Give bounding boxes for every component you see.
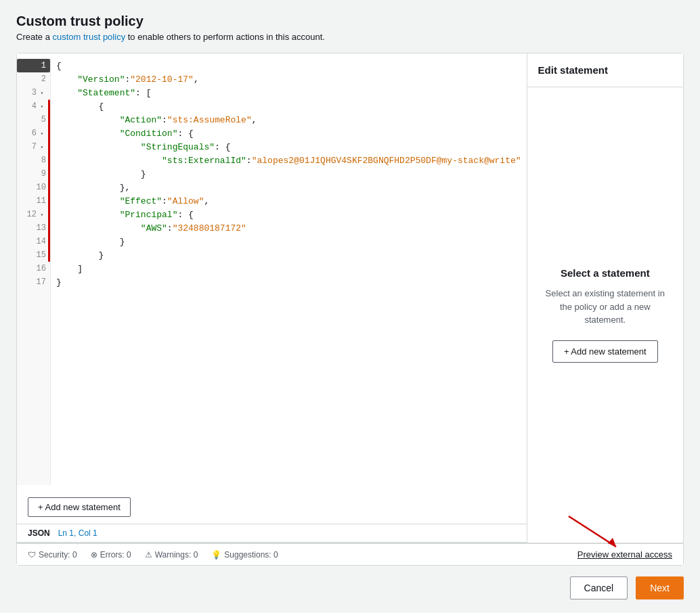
line-7: 7 ▾ — [17, 140, 50, 154]
errors-label: Errors: 0 — [100, 550, 131, 560]
line-num-2: 2 — [41, 74, 46, 84]
line-num-3: 3 — [32, 88, 37, 97]
subtitle-after: to enable others to perform actions in t… — [125, 32, 325, 42]
code-line-10: }, — [56, 181, 521, 194]
lint-warnings: ⚠ Warnings: 0 — [145, 550, 198, 560]
select-statement-desc: Select an existing statement in the poli… — [544, 287, 667, 327]
line-num-1: 1 — [41, 61, 46, 70]
red-bracket-indicator — [48, 99, 50, 262]
line-num-14: 14 — [37, 237, 46, 246]
subtitle-text: Create a — [16, 32, 52, 42]
code-line-13: "AWS" : "324880187172" — [56, 221, 521, 235]
page-footer: Cancel Next — [16, 566, 684, 599]
line-14: 14 — [17, 235, 50, 248]
code-content-1: { — [56, 61, 62, 71]
line-num-10: 10 — [37, 183, 46, 192]
fold-arrow-3[interactable]: ▾ — [38, 89, 46, 97]
lint-security: 🛡 Security: 0 — [28, 550, 77, 560]
select-statement-title: Select a statement — [561, 267, 650, 279]
code-line-17: } — [56, 275, 521, 289]
next-button[interactable]: Next — [636, 576, 684, 599]
fold-arrow-6[interactable]: ▾ — [38, 129, 46, 137]
line-15: 15 — [17, 248, 50, 262]
code-line-2: "Version" : "2012-10-17" , — [56, 72, 521, 86]
code-area[interactable]: 1 2 3 ▾ 4 ▾ — [17, 53, 527, 491]
line-4: 4 ▾ — [17, 99, 50, 113]
code-line-4: { — [56, 99, 521, 113]
suggestions-label: Suggestions: 0 — [224, 550, 278, 560]
line-5: 5 — [17, 113, 50, 127]
page-header: Custom trust policy Create a custom trus… — [16, 14, 684, 42]
warnings-label: Warnings: 0 — [155, 550, 198, 560]
fold-arrow-12[interactable]: ▾ — [38, 210, 46, 219]
line-num-15: 15 — [37, 250, 46, 260]
line-num-9: 9 — [41, 169, 46, 179]
lightbulb-icon: 💡 — [211, 550, 221, 560]
lint-bar: 🛡 Security: 0 ⊗ Errors: 0 ⚠ Warnings: 0 … — [17, 543, 683, 565]
line-num-16: 16 — [37, 264, 46, 273]
line-num-8: 8 — [41, 156, 46, 165]
preview-external-access-link[interactable]: Preview external access — [577, 549, 672, 560]
edit-panel-header: Edit statement — [527, 53, 683, 87]
edit-panel-body: Select a statement Select an existing st… — [527, 87, 683, 543]
line-3: 3 ▾ — [17, 86, 50, 99]
main-card: 1 2 3 ▾ 4 ▾ — [16, 53, 684, 566]
code-line-15: } — [56, 248, 521, 262]
code-line-7: "StringEquals" : { — [56, 140, 521, 154]
line-num-4: 4 — [32, 101, 37, 111]
status-bar: JSON Ln 1, Col 1 — [17, 524, 527, 543]
line-16: 16 — [17, 262, 50, 275]
code-line-14: } — [56, 235, 521, 248]
line-6: 6 ▾ — [17, 127, 50, 140]
edit-panel: Edit statement Select a statement Select… — [527, 53, 683, 543]
code-line-5: "Action" : "sts:AssumeRole" , — [56, 113, 521, 127]
line-1: 1 — [17, 59, 50, 72]
code-line-9: } — [56, 167, 521, 181]
code-line-12: "Principal" : { — [56, 208, 521, 221]
line-10: 10 — [17, 181, 50, 194]
page-title: Custom trust policy — [16, 14, 684, 29]
page-subtitle: Create a custom trust policy to enable o… — [16, 32, 684, 42]
shield-icon: 🛡 — [28, 550, 36, 560]
line-2: 2 — [17, 72, 50, 86]
line-num-7: 7 — [32, 142, 37, 152]
page-wrapper: Custom trust policy Create a custom trus… — [0, 0, 700, 613]
lint-suggestions: 💡 Suggestions: 0 — [211, 550, 278, 560]
error-icon: ⊗ — [91, 550, 97, 560]
line-9: 9 — [17, 167, 50, 181]
cancel-button[interactable]: Cancel — [570, 576, 628, 599]
line-13: 13 — [17, 221, 50, 235]
warning-icon: ⚠ — [145, 550, 152, 560]
line-8: 8 — [17, 154, 50, 167]
line-num-5: 5 — [41, 115, 46, 124]
lint-errors: ⊗ Errors: 0 — [91, 550, 131, 560]
code-line-11: "Effect" : "Allow" , — [56, 194, 521, 208]
code-lines[interactable]: { "Version" : "2012-10-17" , — [51, 59, 527, 485]
code-line-1: { — [56, 59, 521, 72]
json-editor: 1 2 3 ▾ 4 ▾ — [17, 53, 527, 543]
security-label: Security: 0 — [39, 550, 77, 560]
fold-arrow-4[interactable]: ▾ — [38, 102, 46, 110]
line-num-17: 17 — [37, 277, 46, 287]
editor-area: 1 2 3 ▾ 4 ▾ — [17, 53, 683, 543]
line-num-11: 11 — [37, 196, 46, 206]
add-new-statement-btn-panel[interactable]: + Add new statement — [552, 340, 658, 363]
line-11: 11 — [17, 194, 50, 208]
line-17: 17 — [17, 275, 50, 289]
line-num-6: 6 — [32, 129, 37, 138]
cursor-pos: Ln 1, Col 1 — [58, 528, 97, 538]
fold-arrow-7[interactable]: ▾ — [38, 143, 46, 151]
code-line-8: "sts:ExternalId" : "alopes2@01J1QHGV4SKF… — [56, 154, 521, 167]
add-new-statement-btn-bottom[interactable]: + Add new statement — [28, 497, 131, 517]
line-numbers: 1 2 3 ▾ 4 ▾ — [17, 59, 51, 485]
line-12: 12 ▾ — [17, 208, 50, 221]
code-line-6: "Condition" : { — [56, 127, 521, 140]
line-num-13: 13 — [37, 223, 46, 233]
subtitle-link[interactable]: custom trust policy — [52, 32, 125, 42]
line-num-12: 12 — [27, 210, 37, 219]
editor-bottom: + Add new statement — [17, 491, 527, 524]
code-line-16: ] — [56, 262, 521, 275]
format-label: JSON — [28, 528, 50, 538]
code-line-3: "Statement" : [ — [56, 86, 521, 99]
